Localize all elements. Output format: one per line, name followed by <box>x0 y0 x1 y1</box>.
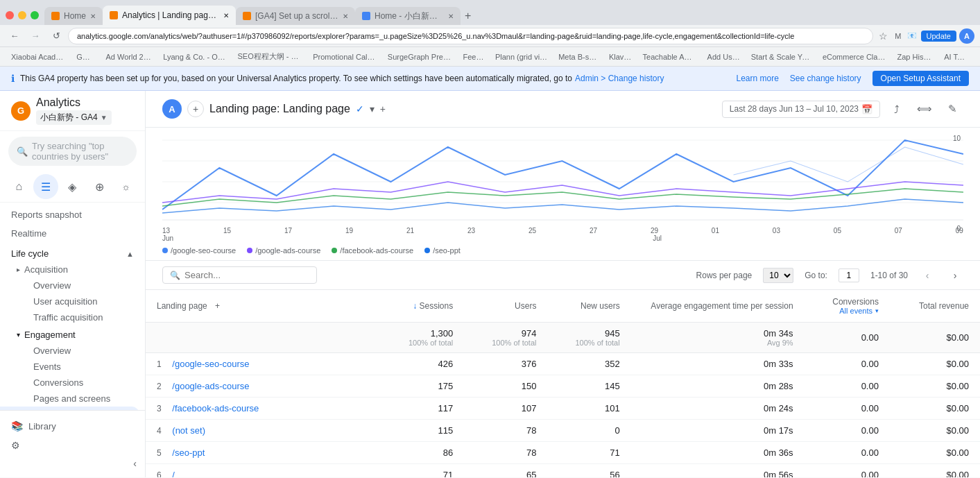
col-header-new-users[interactable]: New users <box>547 290 630 323</box>
extension-icon-1[interactable]: M <box>893 31 902 42</box>
global-search-box[interactable]: 🔍 Try searching "top countries by users" <box>8 137 137 166</box>
row-landing-page[interactable]: (not set) <box>172 425 205 436</box>
insights-nav-icon[interactable]: ☼ <box>114 174 139 199</box>
close-button[interactable] <box>6 11 14 19</box>
eng-events[interactable]: Events <box>0 359 145 375</box>
row-landing-page[interactable]: /facebook-ads-course <box>172 403 259 413</box>
collapse-sidebar-button[interactable]: ‹ <box>6 455 139 472</box>
open-setup-assistant-button[interactable]: Open Setup Assistant <box>872 71 969 86</box>
tab-close-analytics[interactable]: ✕ <box>223 12 229 19</box>
profile-icon[interactable]: A <box>959 28 974 44</box>
reports-snapshot-item[interactable]: Reports snapshot <box>0 205 145 224</box>
date-range-selector[interactable]: Last 28 days Jun 13 – Jul 10, 2023 📅 <box>722 101 880 118</box>
compare-button[interactable]: ⟺ <box>913 98 936 120</box>
reports-nav-icon[interactable]: ☰ <box>33 174 58 199</box>
engagement-section[interactable]: ▾ Engagement <box>0 325 145 343</box>
table-row[interactable]: 4 (not set) 115 78 0 0m 17s 0.00 $0.00 <box>146 420 980 442</box>
admin-item[interactable]: ⚙ <box>6 436 139 455</box>
advertising-nav-icon[interactable]: ⊕ <box>87 174 112 199</box>
bookmark-adworld[interactable]: Ad World 2022 <box>101 51 158 62</box>
tab-xiaobai[interactable]: Home - 小白新势学院 ✕ <box>355 7 461 25</box>
col-header-sessions[interactable]: ↓ Sessions <box>381 290 464 323</box>
tab-ga4-setup[interactable]: [GA4] Set up a scroll conversio... ✕ <box>236 7 355 25</box>
table-row[interactable]: 5 /seo-ppt 86 78 71 0m 36s 0.00 $0.00 <box>146 442 980 464</box>
library-item[interactable]: 📚 Library <box>6 416 139 436</box>
add-comparison-button[interactable]: + <box>187 101 204 117</box>
address-bar-input[interactable]: analytics.google.com/analytics/web/?auth… <box>68 28 873 44</box>
col-header-landing-page[interactable]: Landing page + <box>146 290 381 323</box>
tab-home[interactable]: Home ✕ <box>44 7 103 25</box>
row-landing-page[interactable]: /google-seo-course <box>172 359 249 369</box>
bookmark-plann[interactable]: Plann (grid view) <box>490 51 553 62</box>
see-change-history-link[interactable]: See change history <box>790 74 861 83</box>
row-landing-page[interactable]: /seo-ppt <box>172 447 205 458</box>
bookmark-promo[interactable]: Promotional Calen... <box>307 51 382 62</box>
table-row[interactable]: 6 / 71 65 56 0m 56s 0.00 $0.00 <box>146 464 980 478</box>
bookmark-feedly[interactable]: Feedly <box>458 51 490 62</box>
share-button[interactable]: ⤴ <box>886 98 908 120</box>
lifecycle-collapse-icon[interactable]: ▲ <box>126 250 134 258</box>
col-header-users[interactable]: Users <box>464 290 547 323</box>
acquisition-section[interactable]: ▸ Acquisition <box>0 262 145 278</box>
realtime-item[interactable]: Realtime <box>0 224 145 243</box>
table-row[interactable]: 3 /facebook-ads-course 117 107 101 0m 24… <box>146 398 980 420</box>
bookmark-meta[interactable]: Meta B-suite <box>553 51 603 62</box>
back-button[interactable]: ← <box>6 27 24 45</box>
tab-analytics[interactable]: Analytics | Landing page: Landi... ✕ <box>103 6 236 25</box>
bookmark-lyang[interactable]: Lyang & Co. - Outl... <box>157 51 232 62</box>
edit-button[interactable]: ✎ <box>941 98 963 120</box>
acq-overview[interactable]: Overview <box>0 278 145 293</box>
bookmark-xiaobai[interactable]: Xiaobai Academy <box>6 51 71 62</box>
bookmark-surge[interactable]: SurgeGraph Premi... <box>382 51 458 62</box>
table-search-box[interactable]: 🔍 <box>162 266 317 284</box>
bookmark-ecommerce[interactable]: eCommerce Class... <box>817 51 892 62</box>
col-header-revenue[interactable]: Total revenue <box>890 290 980 323</box>
bookmark-gmail[interactable]: Gmail <box>71 51 100 62</box>
bookmark-star-icon[interactable]: ☆ <box>876 28 891 44</box>
eng-pages-screens[interactable]: Pages and screens <box>0 391 145 407</box>
learn-more-link[interactable]: Learn more <box>736 74 778 83</box>
tab-close-ga4[interactable]: ✕ <box>343 12 348 20</box>
tab-close-home[interactable]: ✕ <box>90 12 96 20</box>
col-header-avg-engagement[interactable]: Average engagement time per session <box>631 290 805 323</box>
tab-close-xiaobai[interactable]: ✕ <box>448 12 454 20</box>
notification-link[interactable]: Admin > Change history <box>575 74 664 83</box>
bookmark-teachable[interactable]: Teachable Admin <box>637 51 702 62</box>
bookmark-ai[interactable]: AI Tools <box>938 51 974 62</box>
update-button[interactable]: Update <box>921 31 956 42</box>
minimize-button[interactable] <box>18 11 26 19</box>
all-events-badge[interactable]: All events <box>839 307 872 315</box>
goto-page-input[interactable] <box>839 268 859 282</box>
legend-item-seo[interactable]: /google-seo-course <box>162 246 236 255</box>
eng-overview[interactable]: Overview <box>0 343 145 359</box>
reload-button[interactable]: ↺ <box>47 27 65 45</box>
col-header-conversions[interactable]: Conversions All events ▾ <box>805 290 890 323</box>
forward-button[interactable]: → <box>26 27 44 45</box>
legend-item-ads[interactable]: /google-ads-course <box>247 246 320 255</box>
bookmark-seo[interactable]: SEO程程大纲 - Go... <box>232 50 307 63</box>
row-landing-page[interactable]: /google-ads-course <box>172 381 249 391</box>
bookmark-zap[interactable]: Zap History <box>892 51 939 62</box>
bookmark-startscale[interactable]: Start & Scale You... <box>746 51 817 62</box>
table-search-input[interactable] <box>184 270 309 280</box>
legend-item-ppt[interactable]: /seo-ppt <box>424 246 461 255</box>
table-row[interactable]: 1 /google-seo-course 426 376 352 0m 33s … <box>146 353 980 375</box>
acq-traffic-acquisition[interactable]: Traffic acquisition <box>0 309 145 325</box>
row-landing-page[interactable]: / <box>172 470 175 477</box>
add-metric-button[interactable]: + <box>380 103 386 114</box>
bookmark-klaviyo[interactable]: Klaviyo <box>603 51 637 62</box>
acq-user-acquisition[interactable]: User acquisition <box>0 293 145 309</box>
prev-page-button[interactable]: ‹ <box>919 267 936 284</box>
extension-icon-2[interactable]: 📧 <box>906 30 918 42</box>
eng-conversions[interactable]: Conversions <box>0 375 145 391</box>
new-tab-button[interactable]: + <box>461 10 475 25</box>
property-selector[interactable]: 小白新势 - GA4 ▼ <box>36 110 112 125</box>
table-row[interactable]: 2 /google-ads-course 175 150 145 0m 28s … <box>146 375 980 398</box>
explore-nav-icon[interactable]: ◈ <box>60 174 85 199</box>
bookmark-addusers[interactable]: Add Users <box>702 51 746 62</box>
home-nav-icon[interactable]: ⌂ <box>6 174 31 199</box>
all-events-dropdown-icon[interactable]: ▾ <box>875 307 879 314</box>
rows-per-page-select[interactable]: 10 25 50 <box>763 268 793 283</box>
maximize-button[interactable] <box>31 11 39 19</box>
report-settings-button[interactable]: ▾ <box>370 103 375 114</box>
